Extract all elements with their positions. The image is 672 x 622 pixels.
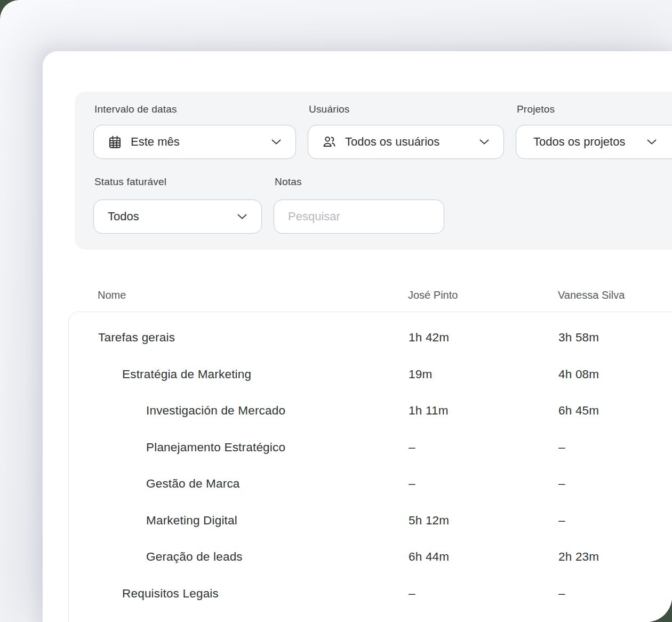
chevron-down-icon [236,210,249,223]
main-panel: Intervalo de datas Usuários Projetos [43,51,672,622]
time-vanessa-silva: – [558,576,565,612]
chevron-down-icon [645,135,658,148]
time-jose-pinto: – [409,429,415,466]
time-vanessa-silva: – [558,429,565,466]
notes-search-input[interactable] [274,200,444,234]
time-vanessa-silva: 2h 23m [558,539,599,576]
task-name: Estratégia de Marketing [122,356,251,393]
time-vanessa-silva: 4h 08m [558,356,599,393]
projects-label: Projetos [517,103,555,115]
calendar-icon [108,135,122,149]
date-range-label: Intervalo de datas [94,103,177,115]
notes-label: Notas [275,176,302,188]
task-name: Investigación de Mercado [146,393,285,429]
task-name: Marketing Digital [146,503,237,539]
billable-status-label: Status faturável [94,176,166,188]
time-vanessa-silva: – [558,466,565,503]
users-value: Todos os usuários [345,135,439,149]
users-label: Usuários [309,103,350,115]
column-header-vanessa-silva: Vanessa Silva [558,289,625,301]
users-select[interactable]: Todos os usuários [308,125,504,159]
billable-status-value: Todos [108,210,139,224]
table-row: Planejamento Estratégico–– [69,429,672,466]
time-vanessa-silva: 3h 58m [558,320,599,356]
date-range-value: Este mês [131,135,180,149]
time-jose-pinto: 1h 42m [409,320,449,356]
app-background: Intervalo de datas Usuários Projetos [0,0,672,622]
users-icon [322,135,337,149]
time-jose-pinto: – [409,466,415,503]
chevron-down-icon [478,135,491,148]
table-row: Geração de leads6h 44m2h 23m [69,539,672,576]
table-header: Nome José Pinto Vanessa Silva [43,289,672,305]
task-name: Tarefas gerais [98,320,175,356]
time-vanessa-silva: 6h 45m [558,393,599,429]
date-range-select[interactable]: Este mês [93,125,296,159]
projects-value: Todos os projetos [530,135,625,149]
table-row: Requisitos Legais–– [69,576,672,612]
chevron-down-icon [270,135,283,148]
report-table: Tarefas gerais1h 42m3h 58mEstratégia de … [68,312,672,622]
time-vanessa-silva: – [558,503,565,539]
table-row: Estratégia de Marketing19m4h 08m [69,356,672,393]
table-row: Gestão de Marca–– [69,466,672,503]
time-jose-pinto: 19m [409,356,432,393]
billable-status-select[interactable]: Todos [93,200,262,234]
time-jose-pinto: 1h 11m [409,393,449,429]
task-name: Planejamento Estratégico [146,429,285,466]
time-jose-pinto: 5h 12m [409,503,449,539]
table-row: Investigación de Mercado1h 11m6h 45m [69,393,672,429]
task-name: Gestão de Marca [146,466,240,503]
column-header-jose-pinto: José Pinto [408,289,458,301]
filters-panel: Intervalo de datas Usuários Projetos [75,92,672,250]
table-row: Marketing Digital5h 12m– [69,503,672,539]
task-name: Geração de leads [146,539,243,576]
column-header-name: Nome [98,289,126,301]
task-name: Requisitos Legais [122,576,219,612]
time-jose-pinto: 6h 44m [409,539,449,576]
time-jose-pinto: – [409,576,415,612]
projects-select[interactable]: Todos os projetos [516,125,672,159]
table-row: Tarefas gerais1h 42m3h 58m [69,320,672,356]
